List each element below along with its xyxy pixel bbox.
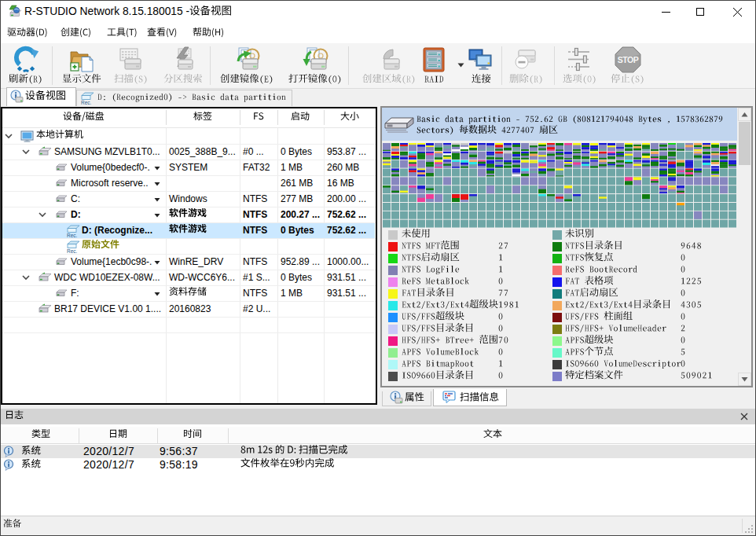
svg-text:STOP: STOP: [618, 55, 639, 64]
svg-text:Rec.: Rec.: [67, 248, 78, 254]
svg-text:Rec.: Rec.: [67, 233, 78, 238]
svg-text:Rec.: Rec.: [81, 100, 92, 105]
